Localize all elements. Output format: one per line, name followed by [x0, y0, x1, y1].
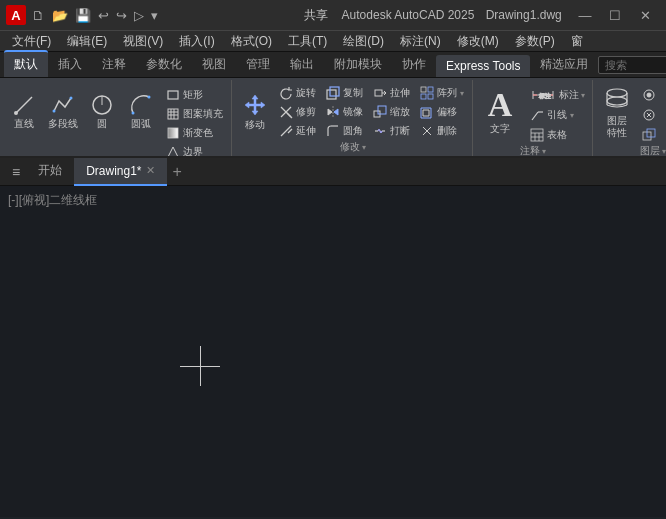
tool-copy[interactable]: 复制 — [322, 84, 367, 102]
ribbon-search-area: ▾ — [598, 56, 666, 77]
layers-group-label[interactable]: 图层 ▾ — [640, 144, 666, 158]
tool-layer-freeze[interactable] — [662, 106, 666, 124]
svg-rect-47 — [531, 129, 543, 141]
open-icon[interactable]: 📂 — [50, 7, 70, 24]
tab-default[interactable]: 默认 — [4, 50, 48, 77]
menu-tools[interactable]: 工具(T) — [280, 31, 335, 52]
undo-icon[interactable]: ↩ — [96, 7, 111, 24]
menu-edit[interactable]: 编辑(E) — [59, 31, 115, 52]
tool-circle[interactable]: 圆 — [84, 84, 120, 140]
ribbon-group-layers: 图层特性 — [594, 80, 666, 156]
doc-tabs-menu[interactable]: ≡ — [6, 160, 26, 184]
svg-rect-34 — [428, 87, 433, 92]
minimize-button[interactable]: — — [570, 0, 600, 30]
tool-erase[interactable]: 删除 — [416, 122, 468, 140]
modify-group-label[interactable]: 修改 ▾ — [340, 140, 366, 156]
tool-layer-merge[interactable] — [662, 126, 666, 144]
tool-arc[interactable]: 圆弧 — [123, 84, 159, 140]
svg-rect-36 — [428, 94, 433, 99]
share-button[interactable]: 共享 — [304, 8, 328, 22]
menu-draw[interactable]: 绘图(D) — [335, 31, 392, 52]
view-label: [-][俯视]二维线框 — [8, 192, 97, 209]
tab-insert[interactable]: 插入 — [48, 52, 92, 77]
tool-leader[interactable]: 引线 ▾ — [526, 106, 588, 124]
menu-dimension[interactable]: 标注(N) — [392, 31, 449, 52]
menu-params[interactable]: 参数(P) — [507, 31, 563, 52]
quick-access-toolbar: 🗋 📂 💾 ↩ ↪ ▷ ▾ — [30, 7, 296, 24]
svg-line-17 — [287, 113, 292, 118]
tab-featured[interactable]: 精选应用 — [530, 52, 598, 77]
tool-layer-properties[interactable]: 图层特性 — [598, 84, 636, 140]
tool-stretch[interactable]: 拉伸 — [369, 84, 414, 102]
tool-gradient[interactable]: 渐变色 — [162, 124, 227, 142]
file-name: Drawing1.dwg — [486, 8, 562, 22]
save-icon[interactable]: 💾 — [73, 7, 93, 24]
tool-hatch[interactable]: 图案填充 — [162, 105, 227, 123]
tool-array[interactable]: 阵列 ▾ — [416, 84, 468, 102]
tool-table[interactable]: 表格 — [526, 126, 588, 144]
title-bar-text: 共享 Autodesk AutoCAD 2025 Drawing1.dwg — [300, 7, 566, 24]
svg-marker-23 — [328, 109, 332, 115]
tool-trim[interactable]: 修剪 — [275, 103, 320, 121]
ribbon-group-annotation: A 文字 标注 标注 ▾ — [474, 80, 593, 156]
close-drawing1-tab[interactable]: ✕ — [146, 164, 155, 177]
svg-line-0 — [16, 97, 32, 113]
svg-rect-8 — [168, 91, 178, 99]
svg-point-1 — [14, 111, 18, 115]
tool-mirror[interactable]: 镜像 — [322, 103, 367, 121]
ribbon-group-modify: 移动 旋转 修剪 延伸 — [233, 80, 473, 156]
tool-boundary[interactable]: 边界 — [162, 143, 227, 158]
tool-layer-make-current[interactable] — [638, 86, 660, 104]
tab-addons[interactable]: 附加模块 — [324, 52, 392, 77]
tab-manage[interactable]: 管理 — [236, 52, 280, 77]
tool-rotate[interactable]: 旋转 — [275, 84, 320, 102]
canvas-area[interactable]: [-][俯视]二维线框 — [0, 186, 666, 517]
qa-dropdown-icon[interactable]: ▾ — [149, 7, 160, 24]
tool-layer-copy[interactable] — [638, 126, 660, 144]
tool-layer-off[interactable] — [638, 106, 660, 124]
tool-offset[interactable]: 偏移 — [416, 103, 468, 121]
tab-collaborate[interactable]: 协作 — [392, 52, 436, 77]
tool-text[interactable]: A 文字 — [478, 84, 522, 140]
ribbon-search-input[interactable] — [598, 56, 666, 74]
tool-move[interactable]: 移动 — [237, 84, 273, 140]
tool-extend[interactable]: 延伸 — [275, 122, 320, 140]
tool-polyline[interactable]: 多段线 — [45, 84, 81, 140]
tab-annotation[interactable]: 注释 — [92, 52, 136, 77]
menu-format[interactable]: 格式(O) — [223, 31, 280, 52]
tool-break[interactable]: 打断 — [369, 122, 414, 140]
svg-rect-33 — [421, 87, 426, 92]
menu-insert[interactable]: 插入(I) — [171, 31, 222, 52]
svg-point-7 — [148, 96, 151, 99]
tab-express-tools[interactable]: Express Tools — [436, 55, 530, 77]
tool-scale[interactable]: 缩放 — [369, 103, 414, 121]
ribbon-group-draw: 直线 多段线 圆 — [2, 80, 232, 156]
menu-view[interactable]: 视图(V) — [115, 31, 171, 52]
tab-view[interactable]: 视图 — [192, 52, 236, 77]
tab-parametric[interactable]: 参数化 — [136, 52, 192, 77]
tab-drawing1[interactable]: Drawing1* ✕ — [74, 158, 166, 186]
tool-line[interactable]: 直线 — [6, 84, 42, 140]
tab-output[interactable]: 输出 — [280, 52, 324, 77]
tab-start[interactable]: 开始 — [26, 158, 74, 186]
add-tab-button[interactable]: + — [167, 163, 188, 181]
publish-icon[interactable]: ▷ — [132, 7, 146, 24]
app-logo[interactable]: A — [6, 5, 26, 25]
tool-fillet[interactable]: 圆角 — [322, 122, 367, 140]
svg-text:标注: 标注 — [538, 92, 551, 99]
tool-rect[interactable]: 矩形 — [162, 86, 227, 104]
menu-modify[interactable]: 修改(M) — [449, 31, 507, 52]
menu-file[interactable]: 文件(F) — [4, 31, 59, 52]
maximize-button[interactable]: ☐ — [600, 0, 630, 30]
close-button[interactable]: ✕ — [630, 0, 660, 30]
title-bar: A 🗋 📂 💾 ↩ ↪ ▷ ▾ 共享 Autodesk AutoCAD 2025… — [0, 0, 666, 30]
tool-dimension[interactable]: 标注 标注 ▾ — [526, 86, 588, 104]
new-icon[interactable]: 🗋 — [30, 7, 47, 24]
redo-icon[interactable]: ↪ — [114, 7, 129, 24]
menu-window[interactable]: 窗 — [563, 31, 591, 52]
annotation-group-label[interactable]: 注释 ▾ — [520, 144, 546, 158]
tool-layer-match[interactable] — [662, 86, 666, 104]
menu-bar: 文件(F) 编辑(E) 视图(V) 插入(I) 格式(O) 工具(T) 绘图(D… — [0, 30, 666, 52]
window-controls: — ☐ ✕ — [570, 0, 660, 30]
svg-rect-30 — [378, 106, 386, 114]
